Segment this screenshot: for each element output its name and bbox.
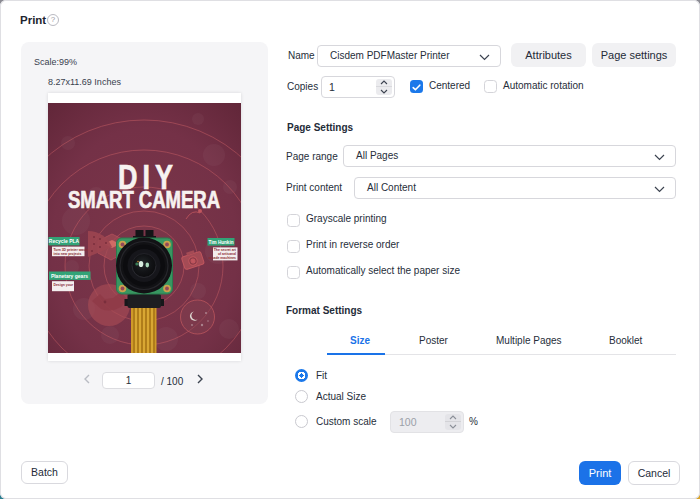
svg-text:Tim Hunkin: Tim Hunkin bbox=[209, 240, 234, 245]
svg-text:Planetary gears: Planetary gears bbox=[51, 273, 88, 279]
svg-text:into new projects: into new projects bbox=[54, 252, 82, 256]
svg-text:Design your: Design your bbox=[54, 283, 74, 287]
svg-text:Recycle PLA: Recycle PLA bbox=[49, 238, 80, 244]
svg-text:SMART CAMERA: SMART CAMERA bbox=[68, 187, 220, 212]
svg-text:arcade machines: arcade machines bbox=[208, 256, 236, 260]
